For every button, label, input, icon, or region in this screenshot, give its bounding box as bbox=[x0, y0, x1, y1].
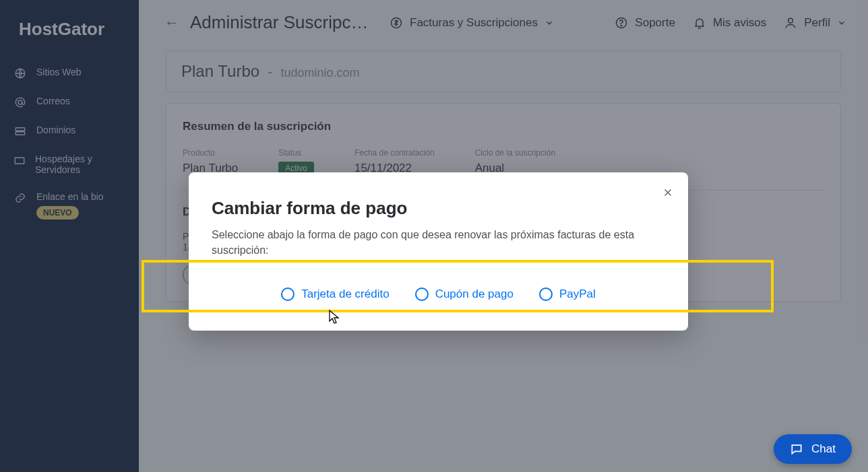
modal-options: Tarjeta de crédito Cupón de pago PayPal bbox=[212, 267, 665, 301]
option-credit-card[interactable]: Tarjeta de crédito bbox=[281, 288, 389, 301]
payment-modal: Cambiar forma de pago Seleccione abajo l… bbox=[189, 172, 688, 331]
close-icon bbox=[662, 187, 674, 199]
modal-title: Cambiar forma de pago bbox=[212, 198, 665, 219]
option-label: PayPal bbox=[559, 288, 596, 301]
chat-icon bbox=[790, 442, 803, 456]
radio-icon bbox=[539, 288, 553, 301]
radio-icon bbox=[281, 288, 294, 301]
option-label: Tarjeta de crédito bbox=[301, 288, 389, 301]
modal-desc: Seleccione abajo la forma de pago con qu… bbox=[212, 227, 665, 258]
option-paypal[interactable]: PayPal bbox=[539, 288, 596, 301]
option-coupon[interactable]: Cupón de pago bbox=[415, 288, 514, 301]
chat-button[interactable]: Chat bbox=[774, 434, 852, 464]
radio-icon bbox=[415, 288, 429, 301]
close-button[interactable] bbox=[657, 182, 679, 203]
option-label: Cupón de pago bbox=[435, 288, 514, 301]
chat-label: Chat bbox=[811, 442, 836, 456]
